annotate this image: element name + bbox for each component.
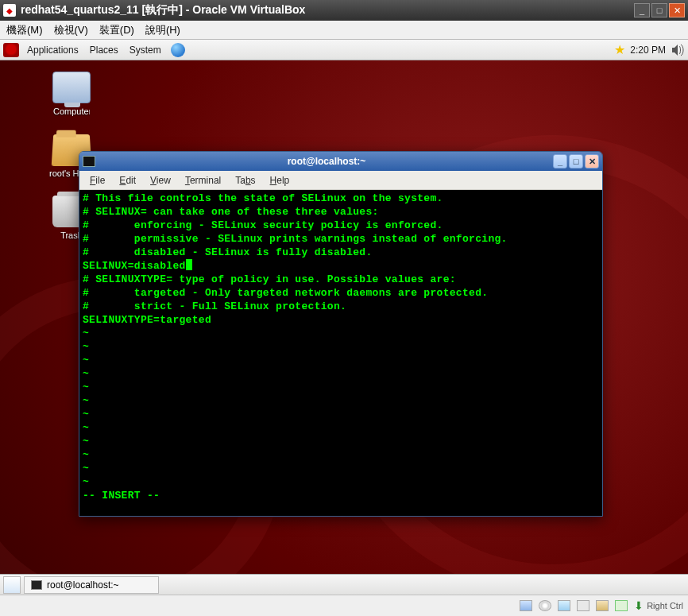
vim-tilde: ~	[83, 462, 599, 475]
volume-icon[interactable]	[671, 44, 685, 56]
vbox-shared-folder-icon[interactable]	[596, 600, 609, 611]
desktop-icon-computer[interactable]: Computer	[40, 72, 103, 116]
vbox-menu-devices[interactable]: 裝置(D)	[99, 23, 134, 37]
term-line: # targeted - Only targeted network daemo…	[83, 286, 599, 300]
gnome-menu-applications[interactable]: Applications	[22, 45, 83, 56]
vbox-maximize-button[interactable]: □	[651, 3, 667, 17]
vbox-host-key-indicator: ⬇ Right Ctrl	[634, 599, 683, 612]
panel-clock[interactable]: 2:20 PM	[630, 45, 666, 56]
terminal-window: root@localhost:~ _ □ ✕ File Edit View Te…	[79, 151, 603, 517]
vbox-network-icon[interactable]	[558, 600, 570, 611]
vbox-menu-view[interactable]: 檢視(V)	[54, 23, 88, 37]
vim-tilde: ~	[83, 367, 599, 381]
terminal-maximize-button[interactable]: □	[569, 154, 583, 169]
term-line: # This file controls the state of SELinu…	[83, 192, 599, 205]
taskbar-item-label: root@localhost:~	[47, 579, 119, 591]
virtualbox-statusbar: ⬇ Right Ctrl	[0, 595, 688, 616]
gnome-top-panel: Applications Places System ★ 2:20 PM	[0, 40, 688, 60]
vbox-mouse-integration-icon[interactable]	[615, 600, 628, 611]
taskbar-item-terminal[interactable]: root@localhost:~	[24, 576, 159, 594]
redhat-logo-icon[interactable]	[3, 43, 19, 57]
terminal-title: root@localhost:~	[100, 156, 553, 167]
term-line: SELINUXTYPE=targeted	[83, 313, 599, 327]
term-line: SELINUX=disabled	[83, 259, 599, 273]
desktop-icon-label: Computer	[53, 107, 90, 116]
vim-tilde: ~	[83, 381, 599, 394]
virtualbox-titlebar: ◆ redhat54_quartus2_11 [執行中] - Oracle VM…	[0, 0, 688, 21]
show-desktop-button[interactable]	[3, 576, 21, 594]
browser-launcher-icon[interactable]	[171, 43, 185, 57]
term-line: # enforcing - SELinux security policy is…	[83, 219, 599, 232]
gnome-bottom-panel: root@localhost:~	[0, 574, 688, 595]
terminal-close-button[interactable]: ✕	[585, 154, 599, 169]
vim-tilde: ~	[83, 354, 599, 367]
virtualbox-menubar: 機器(M) 檢視(V) 裝置(D) 說明(H)	[0, 21, 688, 40]
virtualbox-window-title: redhat54_quartus2_11 [執行中] - Oracle VM V…	[21, 3, 634, 17]
terminal-menu-terminal[interactable]: Terminal	[180, 173, 226, 188]
vim-tilde: ~	[83, 394, 599, 408]
term-line: # disabled - SELinux is fully disabled.	[83, 246, 599, 259]
terminal-icon	[31, 580, 42, 590]
vbox-cd-icon[interactable]	[539, 600, 551, 611]
terminal-titlebar[interactable]: root@localhost:~ _ □ ✕	[79, 152, 602, 171]
terminal-menu-tabs[interactable]: Tabs	[230, 173, 261, 188]
update-star-icon[interactable]: ★	[614, 42, 625, 57]
term-line: # SELINUX= can take one of these three v…	[83, 205, 599, 219]
vim-tilde: ~	[83, 448, 599, 462]
vbox-menu-help[interactable]: 說明(H)	[145, 23, 180, 37]
vim-tilde: ~	[83, 435, 599, 448]
host-key-label: Right Ctrl	[647, 601, 683, 610]
term-line: # SELINUXTYPE= type of policy in use. Po…	[83, 273, 599, 286]
terminal-menu-view[interactable]: View	[145, 173, 176, 188]
vbox-hdd-icon[interactable]	[520, 600, 532, 611]
term-line: # permissive - SELinux prints warnings i…	[83, 232, 599, 246]
guest-desktop: Applications Places System ★ 2:20 PM Com…	[0, 40, 688, 595]
vim-status-line: -- INSERT --	[83, 489, 599, 502]
terminal-minimize-button[interactable]: _	[553, 154, 567, 169]
terminal-menu-edit[interactable]: Edit	[114, 173, 141, 188]
cursor-block	[186, 259, 192, 270]
vbox-minimize-button[interactable]: _	[634, 3, 650, 17]
vbox-menu-machine[interactable]: 機器(M)	[6, 23, 43, 37]
gnome-menu-system[interactable]: System	[125, 45, 166, 56]
terminal-icon	[83, 156, 95, 167]
terminal-menubar: File Edit View Terminal Tabs Help	[79, 171, 602, 190]
vim-tilde: ~	[83, 327, 599, 340]
vbox-usb-icon[interactable]	[577, 600, 589, 611]
terminal-menu-file[interactable]: File	[84, 173, 110, 188]
computer-icon	[52, 72, 91, 103]
vbox-close-button[interactable]: ✕	[669, 3, 685, 17]
term-line: # strict - Full SELinux protection.	[83, 300, 599, 313]
vim-tilde: ~	[83, 421, 599, 435]
host-key-arrow-icon: ⬇	[634, 599, 644, 612]
terminal-content[interactable]: # This file controls the state of SELinu…	[79, 190, 602, 516]
vim-tilde: ~	[83, 408, 599, 421]
vim-tilde: ~	[83, 475, 599, 489]
terminal-menu-help[interactable]: Help	[265, 173, 296, 188]
virtualbox-icon: ◆	[3, 4, 16, 17]
vim-tilde: ~	[83, 340, 599, 354]
gnome-menu-places[interactable]: Places	[85, 45, 123, 56]
